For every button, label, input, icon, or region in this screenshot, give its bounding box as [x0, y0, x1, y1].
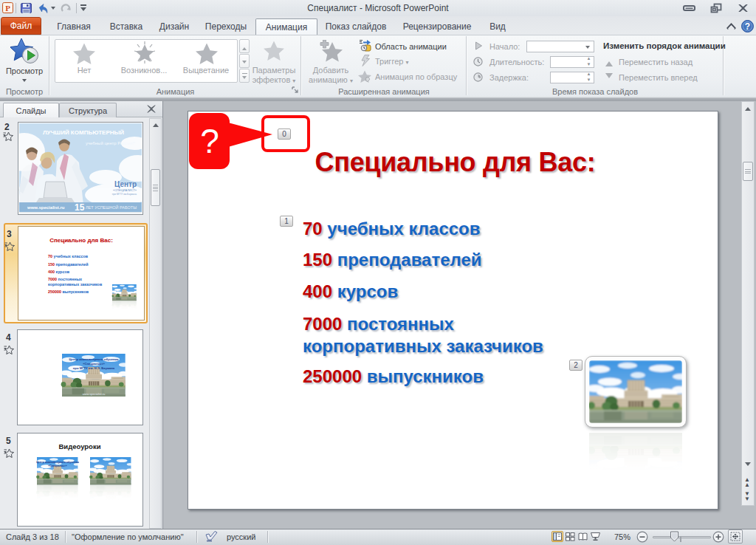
svg-text:7000 постоянных: 7000 постоянных [48, 277, 82, 281]
svg-text:учебный центр России!*: учебный центр России!* [86, 141, 136, 145]
svg-text:150 преподавателей: 150 преподавателей [48, 262, 89, 267]
svg-text:Центр: Центр [114, 180, 137, 188]
svg-text:Центр компьютерного обучения: Центр компьютерного обучения [36, 461, 79, 464]
svg-text:www.specialist.ru: www.specialist.ru [83, 392, 106, 396]
svg-text:ЛУЧШИЙ КОМПЬЮТЕРНЫЙ: ЛУЧШИЙ КОМПЬЮТЕРНЫЙ [43, 129, 124, 136]
svg-text:?: ? [745, 21, 750, 32]
svg-text:ЛЕТ УСПЕШНОЙ РАБОТЫ: ЛЕТ УСПЕШНОЙ РАБОТЫ [86, 205, 137, 210]
svg-text:P: P [5, 4, 10, 13]
svg-text:www.specialist.ru: www.specialist.ru [27, 205, 65, 210]
svg-text:70 учебных классов: 70 учебных классов [48, 254, 89, 258]
svg-text:«СПЕЦИАЛИСТ»: «СПЕЦИАЛИСТ» [113, 188, 137, 192]
svg-text:при МГТУ им.Баумана: при МГТУ им.Баумана [112, 193, 137, 196]
svg-text:«Специалист»: «Специалист» [48, 465, 66, 467]
svg-text:Специально для Вас:: Специально для Вас: [49, 237, 113, 244]
svg-text:15: 15 [75, 202, 85, 213]
svg-text:Видеоуроки: Видеоуроки [58, 442, 100, 450]
svg-text:250000 выпускников: 250000 выпускников [48, 289, 89, 294]
svg-text:400 курсов: 400 курсов [48, 270, 70, 274]
svg-text:«Специалист»: «Специалист» [83, 362, 105, 366]
svg-text:корпоративных заказчиков: корпоративных заказчиков [48, 282, 103, 287]
svg-text:Центр компьютерного обучения: Центр компьютерного обучения [69, 357, 119, 361]
svg-text:при МГТУ им. Н.Э. Баумана: при МГТУ им. Н.Э. Баумана [73, 366, 115, 370]
